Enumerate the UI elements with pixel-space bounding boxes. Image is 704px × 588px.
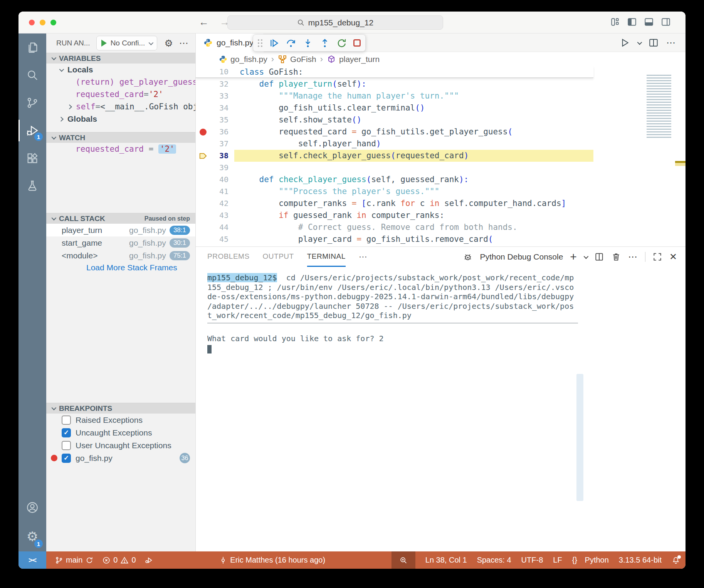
- stack-frame-row[interactable]: player_turngo_fish.py38:1: [46, 224, 195, 236]
- step-into-icon[interactable]: [302, 38, 313, 49]
- step-over-icon[interactable]: [286, 38, 296, 49]
- git-blame-status-item[interactable]: Eric Matthes (16 hours ago): [219, 556, 325, 565]
- debug-status-item[interactable]: [144, 556, 153, 565]
- editor-gutter[interactable]: 38: [196, 150, 234, 162]
- breakpoint-checkbox[interactable]: [62, 415, 71, 425]
- problems-status-item[interactable]: 0 0: [102, 556, 136, 565]
- account-button[interactable]: [18, 494, 46, 521]
- code-line-35[interactable]: 35 self.show_state(): [196, 114, 593, 126]
- call-stack-section-header[interactable]: CALL STACK Paused on step: [46, 213, 195, 224]
- split-editor-icon[interactable]: [649, 38, 659, 48]
- editor-gutter[interactable]: 44: [196, 221, 234, 233]
- terminal-scrollbar[interactable]: [576, 374, 583, 501]
- breakpoint-gutter-dot[interactable]: [196, 129, 210, 136]
- debug-more-actions-icon[interactable]: ⋯: [179, 38, 189, 49]
- sidebar-item-source-control[interactable]: [18, 89, 46, 117]
- stack-frame-row[interactable]: start_gamego_fish.py30:1: [46, 236, 195, 249]
- editor-gutter[interactable]: 39: [196, 162, 234, 174]
- editor-gutter[interactable]: 45: [196, 233, 234, 245]
- run-python-file-icon[interactable]: [620, 38, 630, 48]
- current-line-arrow-icon[interactable]: [196, 152, 210, 160]
- breakpoints-section-header[interactable]: BREAKPOINTS: [46, 403, 195, 414]
- indentation-item[interactable]: Spaces: 4: [477, 556, 511, 565]
- minimize-window-button[interactable]: [40, 20, 45, 25]
- toolbar-drag-handle[interactable]: [258, 39, 262, 47]
- code-line-45[interactable]: 45 player_card = go_fish_utils.remove_ca…: [196, 233, 593, 245]
- kill-terminal-trash-icon[interactable]: [611, 252, 621, 262]
- breakpoint-row[interactable]: Raised Exceptions: [46, 414, 195, 426]
- variable-row[interactable]: self = <__main__.GoFish object a…: [46, 101, 195, 113]
- command-center-search[interactable]: mp155_debug_12: [227, 15, 443, 30]
- breakpoint-row[interactable]: ✓go_fish.py36: [46, 452, 195, 464]
- settings-button[interactable]: ⚙ 1: [18, 521, 46, 551]
- breakpoint-row[interactable]: ✓Uncaught Exceptions: [46, 426, 195, 439]
- start-debug-icon[interactable]: [101, 40, 107, 47]
- editor-gutter[interactable]: 43: [196, 209, 234, 221]
- panel-tab-output[interactable]: OUTPUT: [263, 247, 294, 267]
- breakpoint-row[interactable]: User Uncaught Exceptions: [46, 439, 195, 452]
- terminal[interactable]: mp155_debug_12$ cd /Users/eric/projects/…: [196, 267, 686, 551]
- sidebar-item-testing[interactable]: [18, 172, 46, 200]
- code-editor[interactable]: 10class GoFish:32 def player_turn(self):…: [196, 66, 686, 246]
- step-out-icon[interactable]: [319, 38, 330, 49]
- code-line-40[interactable]: 40 def check_player_guess(self, guessed_…: [196, 174, 593, 186]
- code-line-32[interactable]: 32 def player_turn(self):: [196, 78, 593, 90]
- breakpoint-checkbox[interactable]: ✓: [62, 454, 71, 463]
- terminal-instance-label[interactable]: Python Debug Console: [480, 252, 563, 261]
- minimap[interactable]: [647, 75, 671, 138]
- editor-gutter[interactable]: 37: [196, 138, 234, 150]
- breadcrumb-item-go-fish-py[interactable]: go_fish.py: [219, 55, 267, 64]
- panel-more-tabs-icon[interactable]: ⋯: [359, 252, 368, 262]
- breadcrumb-item-player-turn[interactable]: player_turn: [327, 55, 380, 64]
- code-line-33[interactable]: 33 """Manage the human player's turn.""": [196, 90, 593, 102]
- notifications-item[interactable]: [672, 556, 680, 565]
- debug-settings-gear-icon[interactable]: ⚙: [164, 38, 173, 49]
- code-line-44[interactable]: 44 # Correct guess. Remove card from bot…: [196, 221, 593, 233]
- stop-icon[interactable]: [353, 39, 361, 47]
- load-more-stack-frames-link[interactable]: Load More Stack Frames: [46, 262, 195, 273]
- customize-layout-icon[interactable]: [610, 17, 620, 27]
- editor-gutter[interactable]: 33: [196, 90, 234, 102]
- panel-tab-problems[interactable]: PROBLEMS: [207, 247, 250, 267]
- code-line-42[interactable]: 42 computer_ranks = [c.rank for c in sel…: [196, 198, 593, 209]
- sticky-scroll-line[interactable]: 10class GoFish:: [196, 66, 593, 78]
- watch-item[interactable]: requested_card = '2': [46, 143, 195, 155]
- maximize-panel-icon[interactable]: [652, 252, 662, 262]
- eol-item[interactable]: LF: [553, 556, 562, 565]
- editor-gutter[interactable]: 10: [196, 66, 234, 77]
- back-icon[interactable]: ←: [199, 16, 209, 28]
- debug-config-picker[interactable]: No Confi...: [96, 36, 158, 50]
- close-window-button[interactable]: [29, 20, 35, 25]
- code-line-34[interactable]: 34 go_fish_utils.clear_terminal(): [196, 102, 593, 114]
- remote-indicator[interactable]: ><: [18, 551, 46, 569]
- tree-item-globals[interactable]: Globals: [46, 113, 195, 125]
- code-line-36[interactable]: 36 requested_card = go_fish_utils.get_pl…: [196, 126, 593, 138]
- variables-section-header[interactable]: VARIABLES: [46, 53, 195, 64]
- terminal-dropdown-chevron-icon[interactable]: [583, 254, 588, 259]
- sidebar-item-search[interactable]: [18, 61, 46, 89]
- continue-icon[interactable]: [269, 38, 279, 49]
- stack-frame-row[interactable]: <module>go_fish.py75:1: [46, 249, 195, 262]
- code-line-37[interactable]: 37 self.player_hand): [196, 138, 593, 150]
- code-line-39[interactable]: 39: [196, 162, 593, 174]
- restart-icon[interactable]: [336, 38, 347, 49]
- new-terminal-icon[interactable]: +: [570, 251, 577, 263]
- editor-gutter[interactable]: 40: [196, 174, 234, 186]
- panel-tab-terminal[interactable]: TERMINAL: [307, 247, 346, 267]
- cursor-position-item[interactable]: Ln 38, Col 1: [425, 556, 467, 565]
- editor-gutter[interactable]: 42: [196, 198, 234, 209]
- breakpoint-checkbox[interactable]: [62, 441, 71, 450]
- sidebar-item-run-and-debug[interactable]: 1: [18, 117, 46, 144]
- editor-gutter[interactable]: 34: [196, 102, 234, 114]
- code-line-41[interactable]: 41 """Process the player's guess.""": [196, 186, 593, 198]
- toggle-panel-icon[interactable]: [644, 17, 654, 27]
- editor-gutter[interactable]: 36: [196, 126, 234, 138]
- maximize-window-button[interactable]: [50, 20, 56, 25]
- branch-status-item[interactable]: main: [55, 556, 94, 565]
- editor-more-actions-icon[interactable]: ⋯: [666, 37, 676, 48]
- watch-section-header[interactable]: WATCH: [46, 132, 195, 143]
- split-terminal-icon[interactable]: [594, 252, 604, 262]
- encoding-item[interactable]: UTF-8: [521, 556, 543, 565]
- editor-gutter[interactable]: 32: [196, 78, 234, 90]
- code-line-43[interactable]: 43 if guessed_rank in computer_ranks:: [196, 209, 593, 221]
